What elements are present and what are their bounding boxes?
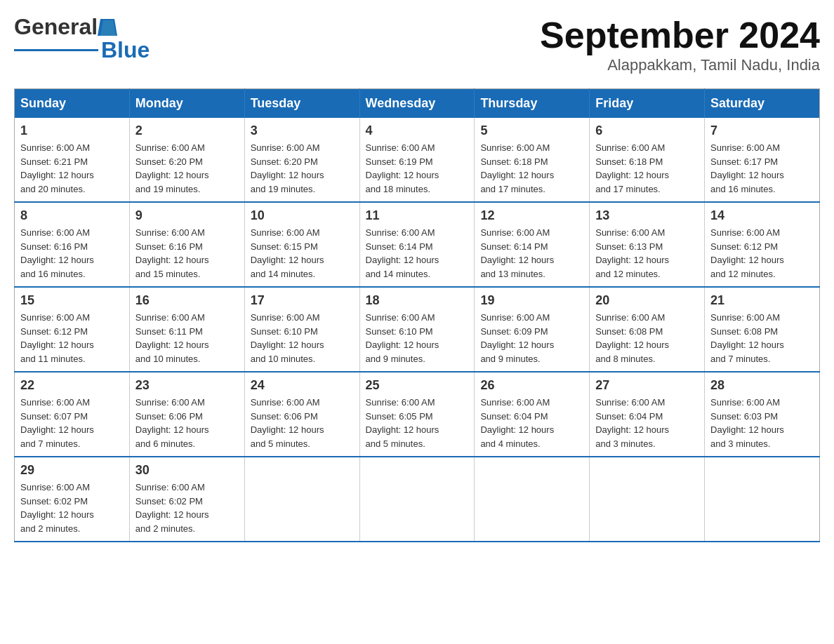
- calendar-cell: 3 Sunrise: 6:00 AM Sunset: 6:20 PM Dayli…: [244, 118, 359, 202]
- header-friday: Friday: [590, 89, 705, 119]
- calendar-cell: [244, 457, 359, 542]
- logo-general: General: [14, 14, 98, 40]
- calendar-row: 29 Sunrise: 6:00 AM Sunset: 6:02 PM Dayl…: [15, 457, 820, 542]
- calendar-cell: [359, 457, 475, 542]
- calendar-row: 15 Sunrise: 6:00 AM Sunset: 6:12 PM Dayl…: [15, 287, 820, 372]
- day-info: Sunrise: 6:00 AM Sunset: 6:07 PM Dayligh…: [20, 396, 124, 450]
- calendar-cell: 22 Sunrise: 6:00 AM Sunset: 6:07 PM Dayl…: [15, 372, 130, 457]
- header-thursday: Thursday: [475, 89, 590, 119]
- day-info: Sunrise: 6:00 AM Sunset: 6:08 PM Dayligh…: [710, 311, 814, 365]
- calendar-cell: 24 Sunrise: 6:00 AM Sunset: 6:06 PM Dayl…: [244, 372, 359, 457]
- day-info: Sunrise: 6:00 AM Sunset: 6:16 PM Dayligh…: [135, 226, 239, 281]
- day-info: Sunrise: 6:00 AM Sunset: 6:15 PM Dayligh…: [251, 226, 354, 281]
- day-number: 9: [135, 208, 239, 223]
- header-sunday: Sunday: [15, 89, 130, 119]
- day-number: 13: [595, 208, 699, 223]
- day-info: Sunrise: 6:00 AM Sunset: 6:14 PM Dayligh…: [366, 226, 469, 281]
- day-info: Sunrise: 6:00 AM Sunset: 6:09 PM Dayligh…: [480, 311, 583, 365]
- day-info: Sunrise: 6:00 AM Sunset: 6:08 PM Dayligh…: [595, 311, 699, 365]
- day-info: Sunrise: 6:00 AM Sunset: 6:21 PM Dayligh…: [20, 141, 124, 196]
- calendar-cell: 9 Sunrise: 6:00 AM Sunset: 6:16 PM Dayli…: [129, 202, 244, 287]
- day-info: Sunrise: 6:00 AM Sunset: 6:03 PM Dayligh…: [710, 396, 814, 450]
- day-info: Sunrise: 6:00 AM Sunset: 6:14 PM Dayligh…: [480, 226, 583, 281]
- day-number: 12: [480, 208, 583, 223]
- day-number: 29: [20, 463, 124, 478]
- calendar-cell: 25 Sunrise: 6:00 AM Sunset: 6:05 PM Dayl…: [359, 372, 475, 457]
- day-number: 3: [251, 123, 354, 138]
- calendar-cell: 16 Sunrise: 6:00 AM Sunset: 6:11 PM Dayl…: [129, 287, 244, 372]
- logo-underline: [14, 49, 98, 51]
- calendar-cell: 19 Sunrise: 6:00 AM Sunset: 6:09 PM Dayl…: [475, 287, 590, 372]
- day-number: 23: [135, 378, 239, 393]
- calendar-cell: 21 Sunrise: 6:00 AM Sunset: 6:08 PM Dayl…: [705, 287, 820, 372]
- day-number: 25: [366, 378, 469, 393]
- location: Alappakkam, Tamil Nadu, India: [540, 56, 820, 74]
- day-number: 27: [595, 378, 699, 393]
- calendar-cell: 5 Sunrise: 6:00 AM Sunset: 6:18 PM Dayli…: [475, 118, 590, 202]
- day-info: Sunrise: 6:00 AM Sunset: 6:11 PM Dayligh…: [135, 311, 239, 365]
- calendar-table: Sunday Monday Tuesday Wednesday Thursday…: [14, 88, 820, 542]
- calendar-header-row: Sunday Monday Tuesday Wednesday Thursday…: [15, 89, 820, 119]
- calendar-cell: [590, 457, 705, 542]
- day-number: 20: [595, 293, 699, 308]
- day-number: 1: [20, 123, 124, 138]
- day-number: 16: [135, 293, 239, 308]
- month-title: September 2024: [540, 14, 820, 56]
- calendar-cell: 7 Sunrise: 6:00 AM Sunset: 6:17 PM Dayli…: [705, 118, 820, 202]
- header-saturday: Saturday: [705, 89, 820, 119]
- calendar-row: 8 Sunrise: 6:00 AM Sunset: 6:16 PM Dayli…: [15, 202, 820, 287]
- calendar-cell: 18 Sunrise: 6:00 AM Sunset: 6:10 PM Dayl…: [359, 287, 475, 372]
- calendar-cell: 26 Sunrise: 6:00 AM Sunset: 6:04 PM Dayl…: [475, 372, 590, 457]
- day-number: 19: [480, 293, 583, 308]
- logo: General Blue: [14, 14, 150, 63]
- day-info: Sunrise: 6:00 AM Sunset: 6:20 PM Dayligh…: [251, 141, 354, 196]
- header-wednesday: Wednesday: [359, 89, 475, 119]
- calendar-cell: 23 Sunrise: 6:00 AM Sunset: 6:06 PM Dayl…: [129, 372, 244, 457]
- day-number: 26: [480, 378, 583, 393]
- calendar-cell: 11 Sunrise: 6:00 AM Sunset: 6:14 PM Dayl…: [359, 202, 475, 287]
- day-info: Sunrise: 6:00 AM Sunset: 6:17 PM Dayligh…: [710, 141, 814, 196]
- day-info: Sunrise: 6:00 AM Sunset: 6:20 PM Dayligh…: [135, 141, 239, 196]
- day-number: 11: [366, 208, 469, 223]
- header-tuesday: Tuesday: [244, 89, 359, 119]
- day-info: Sunrise: 6:00 AM Sunset: 6:19 PM Dayligh…: [366, 141, 469, 196]
- calendar-row: 1 Sunrise: 6:00 AM Sunset: 6:21 PM Dayli…: [15, 118, 820, 202]
- calendar-cell: 15 Sunrise: 6:00 AM Sunset: 6:12 PM Dayl…: [15, 287, 130, 372]
- calendar-cell: 17 Sunrise: 6:00 AM Sunset: 6:10 PM Dayl…: [244, 287, 359, 372]
- day-number: 24: [251, 378, 354, 393]
- day-number: 18: [366, 293, 469, 308]
- calendar-cell: 1 Sunrise: 6:00 AM Sunset: 6:21 PM Dayli…: [15, 118, 130, 202]
- day-number: 22: [20, 378, 124, 393]
- day-info: Sunrise: 6:00 AM Sunset: 6:16 PM Dayligh…: [20, 226, 124, 281]
- day-info: Sunrise: 6:00 AM Sunset: 6:02 PM Dayligh…: [20, 481, 124, 535]
- calendar-cell: [475, 457, 590, 542]
- day-number: 6: [595, 123, 699, 138]
- day-info: Sunrise: 6:00 AM Sunset: 6:04 PM Dayligh…: [595, 396, 699, 450]
- day-number: 2: [135, 123, 239, 138]
- logo-blue: Blue: [101, 37, 150, 63]
- day-number: 7: [710, 123, 814, 138]
- calendar-cell: 2 Sunrise: 6:00 AM Sunset: 6:20 PM Dayli…: [129, 118, 244, 202]
- day-info: Sunrise: 6:00 AM Sunset: 6:18 PM Dayligh…: [595, 141, 699, 196]
- calendar-cell: 28 Sunrise: 6:00 AM Sunset: 6:03 PM Dayl…: [705, 372, 820, 457]
- day-number: 14: [710, 208, 814, 223]
- day-number: 8: [20, 208, 124, 223]
- day-info: Sunrise: 6:00 AM Sunset: 6:02 PM Dayligh…: [135, 481, 239, 535]
- day-number: 4: [366, 123, 469, 138]
- calendar-cell: 10 Sunrise: 6:00 AM Sunset: 6:15 PM Dayl…: [244, 202, 359, 287]
- calendar-cell: 30 Sunrise: 6:00 AM Sunset: 6:02 PM Dayl…: [129, 457, 244, 542]
- day-info: Sunrise: 6:00 AM Sunset: 6:12 PM Dayligh…: [20, 311, 124, 365]
- calendar-cell: 20 Sunrise: 6:00 AM Sunset: 6:08 PM Dayl…: [590, 287, 705, 372]
- calendar-cell: 13 Sunrise: 6:00 AM Sunset: 6:13 PM Dayl…: [590, 202, 705, 287]
- day-number: 5: [480, 123, 583, 138]
- day-number: 28: [710, 378, 814, 393]
- calendar-cell: 27 Sunrise: 6:00 AM Sunset: 6:04 PM Dayl…: [590, 372, 705, 457]
- calendar-cell: 12 Sunrise: 6:00 AM Sunset: 6:14 PM Dayl…: [475, 202, 590, 287]
- day-number: 10: [251, 208, 354, 223]
- day-number: 17: [251, 293, 354, 308]
- calendar-cell: 4 Sunrise: 6:00 AM Sunset: 6:19 PM Dayli…: [359, 118, 475, 202]
- page-header: General Blue September 2024 Alappakkam, …: [14, 14, 820, 74]
- day-number: 15: [20, 293, 124, 308]
- day-info: Sunrise: 6:00 AM Sunset: 6:12 PM Dayligh…: [710, 226, 814, 281]
- calendar-cell: 14 Sunrise: 6:00 AM Sunset: 6:12 PM Dayl…: [705, 202, 820, 287]
